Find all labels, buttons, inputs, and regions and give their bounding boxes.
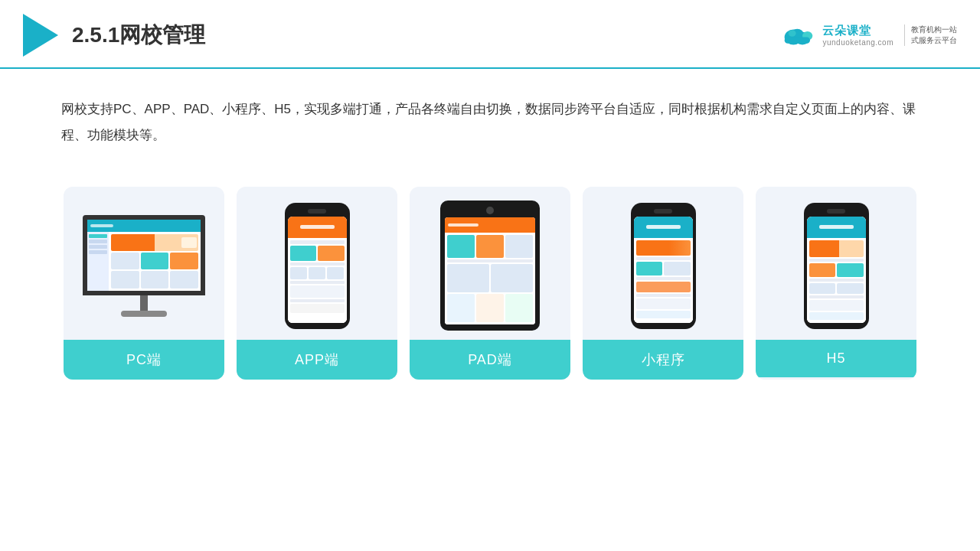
page-title: 2.5.1网校管理 — [72, 21, 205, 50]
brand-name: 云朵课堂 yunduoketang.com — [822, 24, 893, 47]
card-h5-image — [756, 187, 916, 340]
tablet-mockup — [440, 201, 540, 331]
header-right: 云朵课堂 yunduoketang.com 教育机构一站 式服务云平台 — [779, 23, 957, 47]
brand-tagline: 教育机构一站 式服务云平台 — [904, 24, 957, 46]
phone-body-h5 — [804, 203, 869, 329]
card-pc: PC端 — [64, 187, 224, 380]
cards-container: PC端 — [0, 171, 980, 403]
phone-mockup-app — [285, 203, 350, 329]
phone-screen-h5 — [807, 217, 866, 323]
card-pc-label: PC端 — [64, 340, 224, 380]
tablet-screen — [445, 217, 535, 324]
tablet-home-btn — [486, 207, 494, 214]
card-h5: H5 — [756, 187, 916, 380]
card-app-image — [237, 187, 397, 340]
card-miniapp-image — [583, 187, 743, 340]
svg-rect-4 — [785, 37, 810, 44]
card-miniapp: 小程序 — [583, 187, 743, 380]
card-miniapp-label: 小程序 — [583, 340, 743, 380]
description-text: 网校支持PC、APP、PAD、小程序、H5，实现多端打通，产品各终端自由切换，数… — [61, 96, 919, 148]
card-pad-image — [410, 187, 570, 340]
card-app-label: APP端 — [237, 340, 397, 380]
brand-logo: 云朵课堂 yunduoketang.com — [779, 23, 893, 47]
phone-mockup-miniapp — [631, 203, 696, 329]
phone-notch-miniapp — [654, 209, 672, 214]
monitor-screen — [83, 215, 205, 295]
card-pc-image — [64, 187, 224, 340]
brand-icon: 云朵课堂 yunduoketang.com — [779, 23, 893, 47]
phone-mockup-h5 — [804, 203, 869, 329]
phone-notch-app — [308, 209, 326, 214]
phone-notch-h5 — [827, 209, 845, 214]
card-app: APP端 — [237, 187, 397, 380]
phone-body-app — [285, 203, 350, 329]
tablet-body — [440, 201, 540, 331]
svg-point-5 — [789, 30, 796, 36]
card-pad-label: PAD端 — [410, 340, 570, 380]
cloud-icon — [779, 23, 818, 47]
monitor-base — [121, 311, 167, 317]
logo-triangle-icon — [23, 14, 58, 57]
phone-body-miniapp — [631, 203, 696, 329]
phone-screen-miniapp — [634, 217, 693, 323]
monitor-mockup — [83, 215, 205, 317]
monitor-stand — [140, 295, 148, 311]
header: 2.5.1网校管理 云朵课堂 yunduoketang.com — [0, 0, 980, 69]
card-h5-label: H5 — [756, 340, 916, 377]
header-left: 2.5.1网校管理 — [23, 14, 205, 57]
phone-screen-app — [288, 217, 347, 323]
description: 网校支持PC、APP、PAD、小程序、H5，实现多端打通，产品各终端自由切换，数… — [0, 69, 980, 164]
card-pad: PAD端 — [410, 187, 570, 380]
